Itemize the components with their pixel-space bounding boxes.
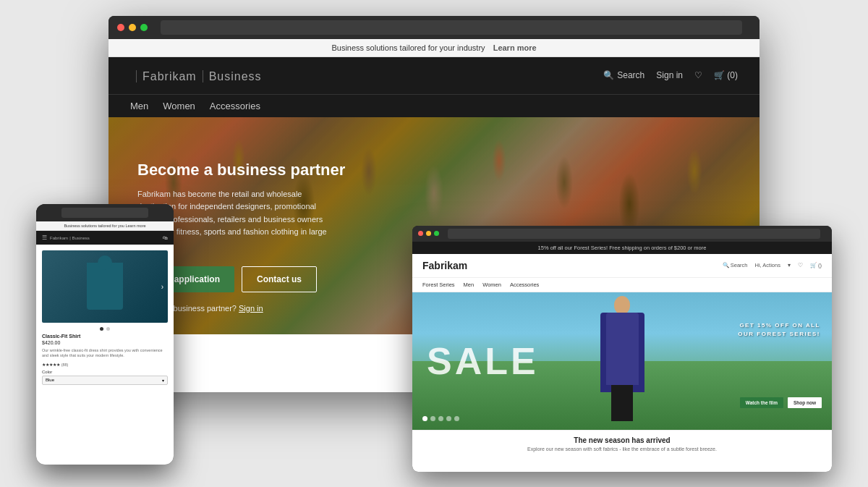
cart-count: (0) — [727, 70, 738, 80]
tablet-maximize-icon[interactable] — [434, 231, 439, 236]
nav-bar: Men Women Accessories — [109, 94, 760, 117]
shirt-graphic — [87, 263, 123, 310]
new-season-desc: Explore our new season with soft fabrics… — [422, 446, 822, 452]
mobile-header: ☰ Fabrikam | Business 🛍 — [36, 231, 174, 245]
color-value: Blue — [46, 378, 54, 382]
woman-legs — [611, 385, 633, 421]
mobile-color-select[interactable]: Blue ▾ — [42, 376, 168, 385]
header-actions: 🔍 Search Sign in ♡ 🛒 (0) — [603, 70, 738, 80]
hero-dot-2[interactable] — [430, 416, 435, 421]
tablet-chevron-down-icon[interactable]: ▾ — [788, 262, 791, 268]
mobile-logo-tagline: | Business — [69, 236, 90, 240]
dot-1[interactable] — [100, 327, 103, 331]
woman-coat — [600, 313, 644, 392]
hero-dot-5[interactable] — [454, 416, 459, 421]
next-image-button[interactable]: › — [161, 282, 163, 290]
tablet-announcement-text: 15% off all our Forest Series! Free ship… — [538, 245, 707, 251]
tablet-address-bar[interactable] — [448, 229, 820, 239]
hero-dot-3[interactable] — [438, 416, 443, 421]
wishlist-icon[interactable]: ♡ — [694, 70, 702, 80]
tablet-cart-icon[interactable]: 🛒 () — [810, 262, 822, 268]
maximize-icon[interactable] — [140, 24, 148, 31]
logo[interactable]: FabrikamBusiness — [130, 67, 262, 84]
tablet-hero-dots — [422, 416, 459, 421]
tablet-announcement: 15% off all our Forest Series! Free ship… — [412, 242, 832, 254]
tablet-header: Fabrikam 🔍 Search Hi, Actions ▾ ♡ 🛒 () — [412, 254, 832, 278]
mobile-logo-brand: Fabrikam — [50, 236, 68, 240]
tablet-hero-section: SALE GET 15% OFF ON ALLOUR FOREST SERIES… — [412, 292, 832, 430]
woman-figure — [600, 296, 644, 423]
shop-now-button[interactable]: Shop now — [788, 397, 822, 408]
new-season-title: The new season has arrived — [422, 436, 822, 444]
tablet-new-season: The new season has arrived Explore our n… — [412, 430, 832, 454]
tablet-browser: 15% off all our Forest Series! Free ship… — [412, 226, 832, 472]
tablet-chrome — [412, 226, 832, 242]
woman-body — [606, 313, 639, 385]
tablet-hi-actions[interactable]: Hi, Actions — [754, 262, 780, 268]
contact-us-button[interactable]: Contact us — [242, 266, 317, 292]
hero-title: Become a business partner — [137, 161, 345, 179]
announcement-text: Business solutions tailored for your ind… — [331, 43, 485, 52]
tablet-nav-forest[interactable]: Forest Series — [422, 281, 455, 288]
tablet-wishlist-icon[interactable]: ♡ — [798, 262, 803, 268]
search-icon: 🔍 — [603, 70, 614, 80]
nav-women[interactable]: Women — [163, 101, 195, 111]
dropdown-icon: ▾ — [162, 378, 164, 383]
close-icon[interactable] — [117, 24, 124, 31]
mobile-rating: ★★★★★ (88) — [42, 362, 168, 367]
tablet-nav-women[interactable]: Women — [482, 281, 501, 288]
mobile-image-dots — [42, 327, 168, 331]
hero-signin-link[interactable]: Sign in — [239, 304, 263, 313]
tablet-nav-men[interactable]: Men — [464, 281, 475, 288]
mobile-logo[interactable]: Fabrikam | Business — [50, 234, 90, 241]
promo-title: GET 15% OFF ON ALLOUR FOREST SERIES! — [738, 321, 820, 340]
mobile-address-bar[interactable] — [61, 208, 148, 218]
nav-men[interactable]: Men — [130, 101, 148, 111]
rating-count: (88) — [61, 363, 69, 367]
mobile-page: Business solutions tailored for you Lear… — [36, 221, 174, 465]
announcement-link[interactable]: Learn more — [493, 43, 537, 52]
tablet-logo[interactable]: Fabrikam — [422, 260, 467, 271]
tablet-minimize-icon[interactable] — [426, 231, 431, 236]
mobile-product-name: Classic-Fit Shirt — [42, 334, 168, 339]
logo-tagline: Business — [203, 70, 262, 82]
tablet-page: 15% off all our Forest Series! Free ship… — [412, 242, 832, 472]
star-icons: ★★★★★ — [42, 363, 60, 367]
mobile-browser: Business solutions tailored for you Lear… — [36, 204, 174, 465]
sale-text: SALE — [427, 339, 539, 383]
mobile-nav-icons: 🛍 — [163, 235, 168, 240]
mobile-product-area: › Classic-Fit Shirt $420.00 Our wrinkle-… — [36, 245, 174, 391]
tablet-header-actions: 🔍 Search Hi, Actions ▾ ♡ 🛒 () — [723, 262, 822, 268]
nav-accessories[interactable]: Accessories — [210, 101, 260, 111]
mobile-bag-icon[interactable]: 🛍 — [163, 235, 168, 240]
site-header: FabrikamBusiness 🔍 Search Sign in ♡ 🛒 (0… — [109, 57, 760, 94]
mobile-color-label: Color — [42, 370, 168, 374]
mobile-product-image: › — [42, 250, 168, 323]
tablet-hero-buttons: Watch the film Shop now — [740, 397, 822, 408]
watch-film-button[interactable]: Watch the film — [740, 397, 783, 408]
mobile-chrome — [36, 204, 174, 221]
search-button[interactable]: 🔍 Search — [603, 70, 644, 80]
mobile-product-price: $420.00 — [42, 340, 168, 345]
cart-icon[interactable]: 🛒 (0) — [714, 70, 738, 80]
search-label: Search — [617, 70, 644, 80]
hero-dot-1[interactable] — [422, 416, 427, 421]
signin-button[interactable]: Sign in — [656, 70, 683, 80]
mobile-product-description: Our wrinkle-free classic-fit dress shirt… — [42, 348, 168, 359]
tablet-nav: Forest Series Men Women Accessories — [412, 278, 832, 292]
tablet-hero-promo: GET 15% OFF ON ALLOUR FOREST SERIES! — [738, 321, 820, 340]
scene: Business solutions tailored for your ind… — [36, 16, 832, 472]
tablet-nav-accessories[interactable]: Accessories — [510, 281, 539, 288]
tablet-hero-content: SALE GET 15% OFF ON ALLOUR FOREST SERIES… — [412, 292, 832, 430]
hero-dot-4[interactable] — [446, 416, 451, 421]
announcement-bar: Business solutions tailored for your ind… — [109, 39, 760, 57]
woman-head — [614, 296, 630, 314]
mobile-menu-icon[interactable]: ☰ — [42, 234, 47, 241]
tablet-search-button[interactable]: 🔍 Search — [723, 262, 748, 268]
minimize-icon[interactable] — [129, 24, 136, 31]
dot-2[interactable] — [106, 327, 110, 331]
tablet-close-icon[interactable] — [418, 231, 423, 236]
browser-chrome — [109, 16, 760, 39]
address-bar[interactable] — [161, 20, 742, 35]
logo-brand: Fabrikam — [136, 70, 197, 82]
